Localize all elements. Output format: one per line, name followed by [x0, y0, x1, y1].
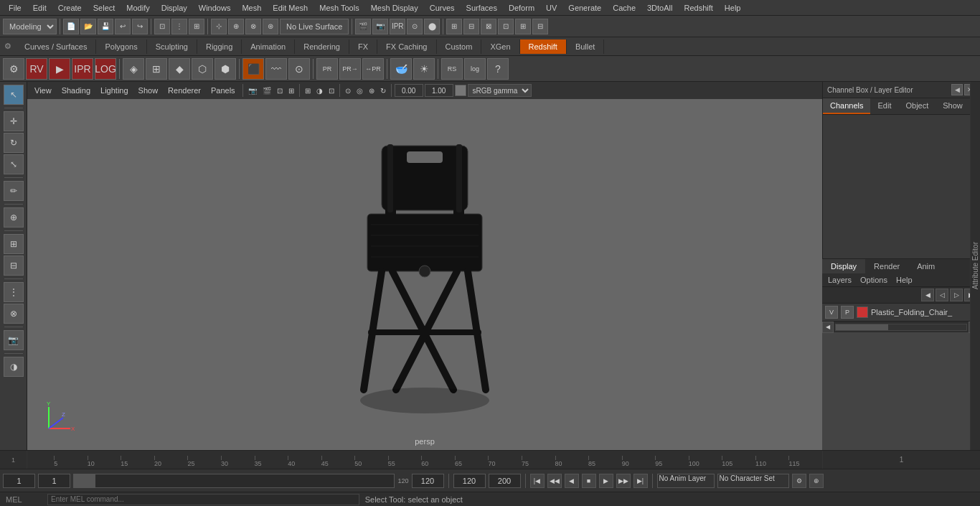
scroll-left-btn[interactable]: ◀: [822, 322, 834, 333]
shelf-settings-icon[interactable]: ⚙: [3, 58, 24, 80]
render-btn-2[interactable]: 📷: [372, 19, 388, 34]
tab-curves-surfaces[interactable]: Curves / Surfaces: [16, 39, 96, 54]
attribute-editor-tab[interactable]: Attribute Editor: [970, 82, 980, 450]
open-scene-btn[interactable]: 📂: [80, 19, 96, 34]
ch-tab-edit[interactable]: Edit: [870, 98, 898, 114]
layer-icon-2[interactable]: ◁: [936, 289, 948, 301]
shelf-item-3[interactable]: IPR: [72, 58, 93, 80]
shading-lt[interactable]: ◑: [4, 357, 24, 377]
shelf-item-5[interactable]: ◈: [123, 58, 144, 80]
camera-lt[interactable]: 📷: [4, 330, 24, 350]
menu-display[interactable]: Display: [156, 2, 193, 14]
layer-sub-help[interactable]: Help: [893, 275, 915, 285]
menu-deform[interactable]: Deform: [503, 2, 540, 14]
pb-range-end[interactable]: [412, 474, 444, 488]
layer-tab-display[interactable]: Display: [822, 259, 865, 273]
vt-renderer[interactable]: Renderer: [164, 85, 205, 96]
pb-stop[interactable]: ■: [582, 474, 596, 488]
layer-tab-render[interactable]: Render: [865, 259, 908, 273]
vt-color-swatch[interactable]: [455, 85, 466, 96]
snap-grid-lt[interactable]: ⋮: [4, 282, 24, 302]
move-tool-lt[interactable]: ✛: [4, 111, 24, 131]
select-tool-btn[interactable]: ⊹: [211, 19, 227, 34]
pb-char-btn-1[interactable]: ⚙: [792, 474, 806, 488]
vt-panels[interactable]: Panels: [207, 85, 240, 96]
ch-tab-show[interactable]: Show: [936, 98, 970, 114]
vt-view[interactable]: View: [30, 85, 56, 96]
tab-redshift[interactable]: Redshift: [520, 39, 567, 54]
menu-help[interactable]: Help: [719, 2, 747, 14]
layer-icon-3[interactable]: ▷: [950, 289, 963, 301]
new-scene-btn[interactable]: 📄: [63, 19, 79, 34]
tab-settings-btn[interactable]: ⚙: [0, 39, 16, 55]
window-layout-btn3[interactable]: ⊟: [532, 19, 548, 34]
pb-char-set-dropdown[interactable]: No Character Set: [717, 474, 789, 488]
shelf-item-10[interactable]: ⬛: [242, 58, 264, 80]
paint-btn[interactable]: ⊗: [245, 19, 261, 34]
pb-range-start[interactable]: [38, 474, 70, 488]
pb-play-fwd[interactable]: ▶: [599, 474, 613, 488]
menu-mesh-display[interactable]: Mesh Display: [365, 2, 424, 14]
vt-film-btn[interactable]: 🎬: [260, 86, 273, 95]
shelf-item-1[interactable]: RV: [26, 58, 47, 80]
vt-rotation-input[interactable]: [395, 84, 423, 97]
snap-btn-3[interactable]: ⊞: [189, 19, 204, 34]
menu-edit-mesh[interactable]: Edit Mesh: [267, 2, 314, 14]
vt-isolate-btn[interactable]: ⊛: [367, 86, 377, 95]
rotate-tool-lt[interactable]: ↻: [4, 133, 24, 153]
shelf-pr-1[interactable]: PR: [316, 58, 338, 80]
tab-bullet[interactable]: Bullet: [567, 39, 605, 54]
pb-step-fwd[interactable]: ▶▶: [616, 474, 631, 488]
shelf-item-7[interactable]: ◆: [169, 58, 190, 80]
layer-icon-1[interactable]: ◀: [921, 289, 934, 301]
layer-sub-layers[interactable]: Layers: [825, 275, 854, 285]
gamma-select[interactable]: sRGB gamma: [468, 84, 532, 97]
expand-btn[interactable]: ◀: [951, 84, 963, 95]
layer-color-swatch[interactable]: [857, 306, 868, 318]
snap-btn-2[interactable]: ⋮: [171, 19, 187, 34]
custom-lt-2[interactable]: ⊟: [4, 256, 24, 276]
tab-fx[interactable]: FX: [349, 39, 377, 54]
shelf-item-6[interactable]: ⊞: [146, 58, 167, 80]
shelf-item-12[interactable]: ⊙: [288, 58, 310, 80]
snap-curve-lt[interactable]: ⊗: [4, 304, 24, 324]
paint-tool-lt[interactable]: ✏: [4, 181, 24, 201]
menu-modify[interactable]: Modify: [121, 2, 155, 14]
shelf-pr-2[interactable]: PR→: [339, 58, 361, 80]
menu-windows[interactable]: Windows: [193, 2, 237, 14]
show-manipulator-lt[interactable]: ⊕: [4, 207, 24, 228]
tab-rendering[interactable]: Rendering: [295, 39, 349, 54]
tool-btn-1[interactable]: ⊞: [446, 19, 462, 34]
vt-smooth-btn[interactable]: ⊙: [343, 86, 353, 95]
tab-fx-caching[interactable]: FX Caching: [377, 39, 436, 54]
layer-sub-options[interactable]: Options: [857, 275, 890, 285]
layer-visibility-v[interactable]: V: [825, 306, 838, 319]
vt-refresh-btn[interactable]: ↻: [378, 86, 388, 95]
vt-camera-btn[interactable]: 📷: [246, 86, 259, 95]
shelf-rs-2[interactable]: log: [464, 58, 486, 80]
vt-grid-btn[interactable]: ⊞: [303, 86, 313, 95]
pb-char-btn-2[interactable]: ⊕: [809, 474, 824, 488]
pb-jump-start[interactable]: |◀: [530, 474, 545, 488]
tool-btn-3[interactable]: ⊠: [481, 19, 496, 34]
pb-frame-field[interactable]: [3, 474, 35, 488]
menu-select[interactable]: Select: [88, 2, 121, 14]
menu-file[interactable]: File: [3, 2, 27, 14]
vt-wire-btn[interactable]: ⊡: [326, 86, 336, 95]
vt-cam4[interactable]: ⊞: [286, 86, 296, 95]
layer-tab-anim[interactable]: Anim: [908, 259, 943, 273]
pb-jump-end[interactable]: ▶|: [633, 474, 648, 488]
render-btn-4[interactable]: ⊙: [407, 19, 423, 34]
pb-max-frame2[interactable]: [489, 474, 521, 488]
mode-selector[interactable]: Modeling: [3, 19, 57, 34]
tab-polygons[interactable]: Polygons: [96, 39, 146, 54]
menu-mesh[interactable]: Mesh: [236, 2, 267, 14]
menu-edit[interactable]: Edit: [27, 2, 52, 14]
save-scene-btn[interactable]: 💾: [98, 19, 113, 34]
scale-tool-lt[interactable]: ⤡: [4, 154, 24, 174]
undo-btn[interactable]: ↩: [115, 19, 131, 34]
select-tool-lt[interactable]: ↖: [4, 85, 24, 105]
shelf-item-4[interactable]: LOG: [95, 58, 116, 80]
custom-lt-1[interactable]: ⊞: [4, 234, 24, 254]
snap-btn-1[interactable]: ⊡: [154, 19, 170, 34]
